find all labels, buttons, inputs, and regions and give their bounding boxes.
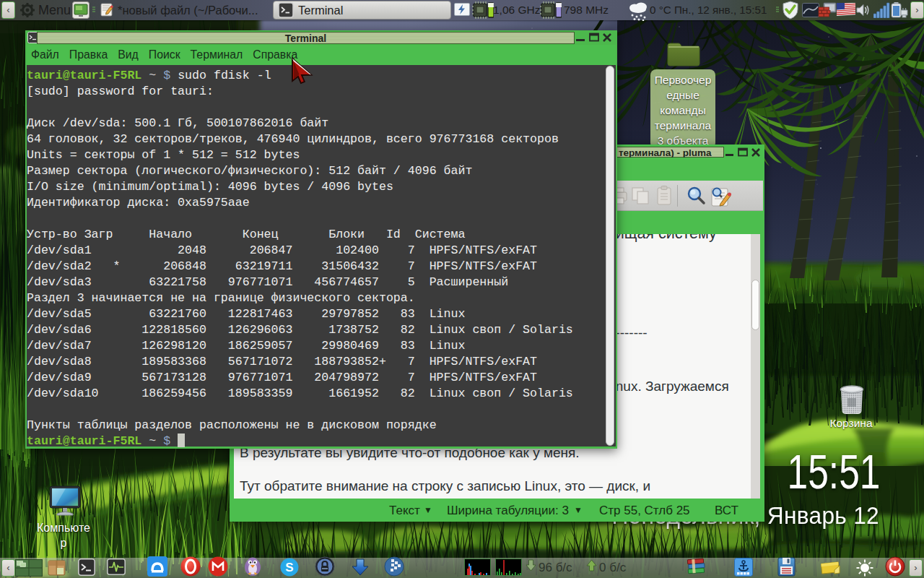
svg-text:S: S (285, 561, 293, 574)
